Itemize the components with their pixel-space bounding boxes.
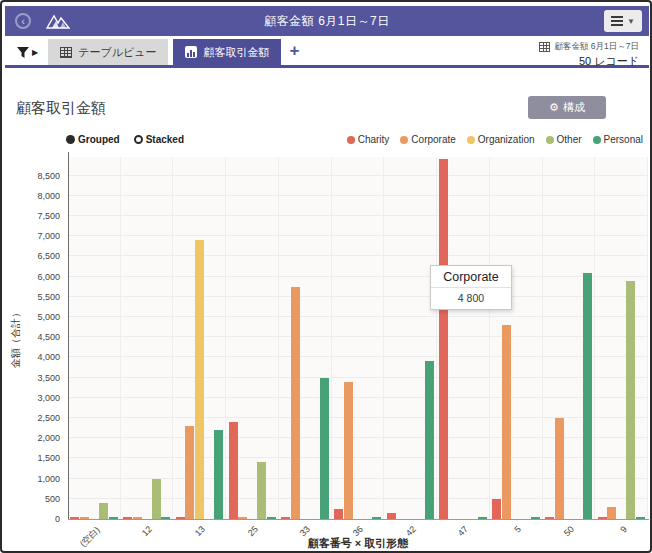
bar-corporate-50[interactable] [555,418,564,519]
top-header: ‹ 顧客金額 6月1日～7日 ▼ [5,6,649,36]
gear-icon: ⚙ [549,102,559,113]
bar-personal-33[interactable] [320,378,329,519]
tab-chart-view[interactable]: 顧客取引金額 [173,39,281,65]
radio-icon [134,135,143,144]
dataset-table-icon [539,42,550,52]
bar-chart-icon [185,46,197,58]
table-grid-icon [60,47,72,58]
mode-option-grouped[interactable]: Grouped [66,134,120,145]
h-gridline [68,336,648,337]
bar-other-12[interactable] [152,479,161,519]
legend-item-corporate[interactable]: Corporate [400,134,455,145]
v-gridline [278,157,279,519]
v-gridline [489,157,490,519]
v-gridline [647,157,648,519]
radio-icon [66,135,75,144]
view-tabbar: ▶ テーブルビュー 顧客取引金額 + 顧客金額 6月1日～7日 50 レコード [5,39,649,68]
h-gridline [68,235,648,236]
mode-option-label: Grouped [78,134,120,145]
chart-plot-area [68,157,648,519]
configure-button[interactable]: ⚙ 構成 [528,96,606,119]
legend-label: Other [557,134,582,145]
y-tick-label: 6,500 [37,251,60,261]
bar-personal-13[interactable] [214,430,223,519]
dataset-name[interactable]: 顧客金額 6月1日～7日 [554,41,639,53]
bar-corporate-9[interactable] [607,507,616,519]
main-menu-button[interactable]: ▼ [604,10,642,32]
configure-button-label: 構成 [563,100,585,115]
v-gridline [225,157,226,519]
filter-control[interactable]: ▶ [17,47,38,58]
bar-organization-13[interactable] [195,240,204,519]
h-gridline [68,397,648,398]
y-tick-label: 5,500 [37,292,60,302]
y-tick-label: 2,000 [37,433,60,443]
h-gridline [68,215,648,216]
series-legend: CharityCorporateOrganizationOtherPersona… [347,134,643,145]
chart-mode-toggle: GroupedStacked [66,134,184,145]
dataset-info: 顧客金額 6月1日～7日 50 レコード [539,41,639,69]
legend-item-other[interactable]: Other [546,134,582,145]
h-gridline [68,255,648,256]
bar-charity-47[interactable] [439,159,448,519]
x-axis-line [68,519,649,520]
y-axis-tick-labels: 05001,0001,5002,0002,5003,0003,5004,0004… [2,157,64,519]
tab-chart-view-label: 顧客取引金額 [203,45,269,60]
h-gridline [68,195,648,196]
h-gridline [68,175,648,176]
bar-corporate-33[interactable] [291,287,300,519]
y-tick-label: 500 [45,494,60,504]
tab-table-view-label: テーブルビュー [78,45,156,60]
legend-label: Corporate [411,134,455,145]
y-tick-label: 0 [55,514,60,524]
legend-label: Charity [358,134,390,145]
y-tick-label: 3,000 [37,393,60,403]
y-tick-label: 6,000 [37,272,60,282]
app-window: ‹ 顧客金額 6月1日～7日 ▼ ▶ テーブルビュー 顧客取引金 [0,0,652,553]
bar-corporate-36[interactable] [344,382,353,519]
bar-personal-50[interactable] [583,273,592,519]
y-tick-label: 7,000 [37,231,60,241]
bar-corporate-13[interactable] [185,426,194,519]
y-tick-label: 1,500 [37,453,60,463]
expand-right-icon: ▶ [32,48,38,57]
legend-dot-icon [546,136,554,144]
v-gridline [594,157,595,519]
bar-charity-25[interactable] [229,422,238,519]
h-gridline [68,356,648,357]
bar-other-(空白)[interactable] [99,503,108,519]
y-axis-line [68,152,69,519]
window-title: 顧客金額 6月1日～7日 [5,13,649,30]
bar-charity-5[interactable] [492,499,501,519]
legend-item-organization[interactable]: Organization [467,134,535,145]
bar-corporate-5[interactable] [502,325,511,519]
y-tick-label: 8,500 [37,171,60,181]
h-gridline [68,316,648,317]
y-tick-label: 8,000 [37,191,60,201]
h-gridline [68,377,648,378]
bar-other-25[interactable] [257,462,266,519]
v-gridline [436,157,437,519]
legend-item-charity[interactable]: Charity [347,134,390,145]
h-gridline [68,296,648,297]
y-tick-label: 2,500 [37,413,60,423]
mode-option-label: Stacked [146,134,184,145]
y-tick-label: 3,500 [37,373,60,383]
v-gridline [542,157,543,519]
legend-dot-icon [400,136,408,144]
bar-personal-42[interactable] [425,361,434,519]
mode-option-stacked[interactable]: Stacked [134,134,184,145]
legend-item-personal[interactable]: Personal [593,134,643,145]
v-gridline [383,157,384,519]
add-view-button[interactable]: + [289,41,299,61]
v-gridline [331,157,332,519]
tooltip-series-name: Corporate [431,266,511,288]
bar-charity-36[interactable] [334,509,343,519]
y-tick-label: 4,000 [37,352,60,362]
x-axis-title: 顧客番号 × 取引形態 [68,536,648,551]
bar-other-9[interactable] [626,281,635,519]
legend-label: Organization [478,134,535,145]
record-count: 50 レコード [539,54,639,69]
tab-table-view[interactable]: テーブルビュー [48,39,168,65]
filter-funnel-icon [17,47,29,58]
